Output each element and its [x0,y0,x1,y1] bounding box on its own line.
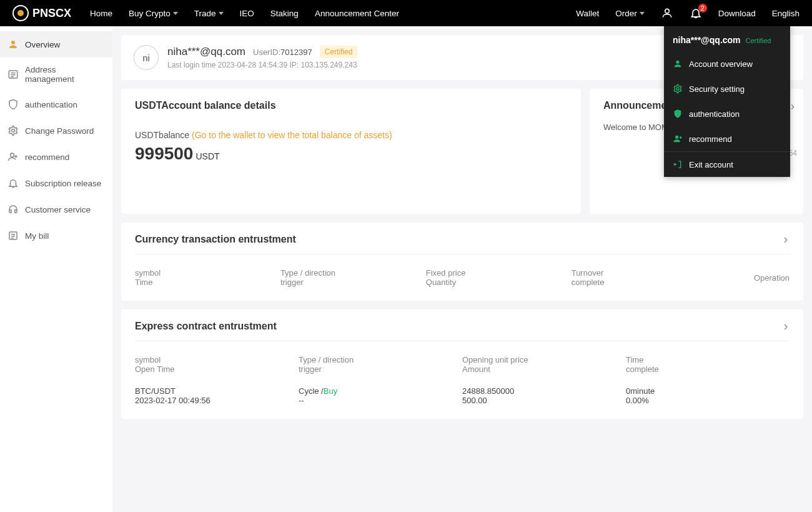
bell-icon[interactable]: 2 [690,7,702,19]
sidebar-pwd-label: Change Password [25,126,94,136]
td: -- [299,396,462,405]
nav-home[interactable]: Home [90,9,112,18]
balance-title: USDTAccount balance details [135,100,567,111]
td: 0minute [626,386,790,396]
sidebar-item-overview[interactable]: Overview [0,31,112,58]
dropdown-recommend[interactable]: recommend [664,126,790,151]
brand[interactable]: PNSCX [12,5,71,21]
nav-download[interactable]: Download [718,9,756,18]
user-id-value: 7012397 [280,48,312,57]
sidebar-item-password[interactable]: Change Password [0,118,112,144]
dropdown-exit-label: Exit account [689,160,733,169]
svg-point-4 [11,41,15,44]
balance-label: USDTbalance [135,130,189,140]
certified-badge: Certified [320,46,358,58]
svg-point-0 [665,9,669,13]
sidebar-sub-label: Subscription release [25,179,101,188]
gear-icon [7,125,19,136]
topbar: PNSCX Home Buy Crypto Trade IEO Staking … [0,0,812,26]
th: Turnover [572,268,717,278]
nav-lang[interactable]: English [772,9,800,18]
currency-table-header: symbolTime Type / directiontrigger Fixed… [135,266,790,289]
express-table-header: symbolOpen Time Type / directiontrigger … [135,353,790,376]
nav-buy-label: Buy Crypto [129,9,171,18]
user-id-label: UserID: [253,48,280,57]
nav-wallet[interactable]: Wallet [576,9,599,18]
list-icon [7,69,19,80]
cycle-label: Cycle / [299,386,324,396]
avatar: ni [134,45,159,70]
dropdown-authentication[interactable]: authentication [664,101,790,126]
dropdown-auth-label: authentication [689,109,740,119]
user-icon[interactable] [661,7,673,19]
currency-entrustment-card: Currency transaction entrustment symbolT… [121,223,803,301]
dropdown-overview-label: Account overview [689,59,753,69]
nav-trade[interactable]: Trade [194,9,224,18]
th: Type / direction [280,268,426,278]
sidebar-bill-label: My bill [25,231,49,241]
td: 0.00% [626,396,790,405]
dropdown-email: niha***@qq.com [673,35,741,45]
gear-icon [673,84,683,94]
th: trigger [299,364,462,374]
document-icon [7,230,19,241]
balance-unit: USDT [196,151,219,161]
brand-logo-icon [12,5,29,21]
th: Type / direction [299,355,462,364]
nav-ieo[interactable]: IEO [240,9,254,18]
th: Quantity [426,278,572,287]
headset-icon [7,204,19,215]
user-id: UserID:7012397 [253,48,312,57]
th: symbol [135,268,280,278]
sidebar-overview-label: Overview [25,40,60,49]
shield-icon [673,109,683,119]
nav-left: Home Buy Crypto Trade IEO Staking Announ… [90,9,399,18]
balance-link[interactable]: (Go to the wallet to view the total bala… [192,130,392,140]
dropdown-exit-account[interactable]: Exit account [664,151,790,177]
th: Amount [462,364,626,374]
sidebar-item-customer[interactable]: Customer service [0,196,112,223]
user-dropdown: niha***@qq.com Certified Account overvie… [664,26,790,177]
sidebar-item-recommend[interactable]: recommend [0,144,112,170]
nav-order[interactable]: Order [615,9,645,18]
user-plus-icon [673,134,683,144]
td: 2023-02-17 00:49:56 [135,396,299,405]
sidebar-item-auth[interactable]: authentication [0,91,112,118]
chevron-down-icon [219,12,224,15]
chevron-down-icon [640,12,645,15]
chevron-down-icon [173,12,178,15]
sidebar-item-address[interactable]: Address management [0,58,112,91]
bell-badge: 2 [698,4,707,13]
currency-entrustment-title: Currency transaction entrustment [135,234,790,254]
express-entrustment-card: Express contract entrustment symbolOpen … [121,309,803,419]
sidebar-cust-label: Customer service [25,205,91,214]
dropdown-account-overview[interactable]: Account overview [664,51,790,76]
td: Cycle /Buy [299,386,462,396]
user-icon [673,59,683,69]
sidebar-address-label: Address management [25,65,105,84]
chevron-right-icon[interactable] [781,322,791,332]
chevron-right-icon[interactable] [781,235,791,245]
nav-right: Wallet Order 2 Download English [576,7,800,19]
sidebar-item-bill[interactable]: My bill [0,223,112,249]
nav-announcement[interactable]: Announcement Center [315,9,399,18]
th: Opening unit price [462,355,626,364]
nav-trade-label: Trade [194,9,216,18]
balance-amount-value: 999500 [135,144,193,163]
user-icon [7,39,19,50]
dropdown-security-setting[interactable]: Security setting [664,76,790,101]
nav-staking[interactable]: Staking [270,9,299,18]
nav-buy[interactable]: Buy Crypto [129,9,178,18]
table-row: BTC/USDT2023-02-17 00:49:56 Cycle /Buy -… [135,384,790,408]
td: BTC/USDT [135,386,299,396]
th: Open Time [135,364,299,374]
sidebar: Overview Address management authenticati… [0,26,112,512]
logout-icon [673,159,683,169]
user-lastlogin: Last login time 2023-04-28 14:54:39 IP: … [167,61,357,69]
sidebar-auth-label: authentication [25,100,77,109]
th: symbol [135,355,299,364]
buy-label: Buy [324,386,337,396]
dropdown-certified: Certified [745,37,771,44]
sidebar-item-subscription[interactable]: Subscription release [0,170,112,196]
balance-amount: 999500USDT [135,144,567,164]
